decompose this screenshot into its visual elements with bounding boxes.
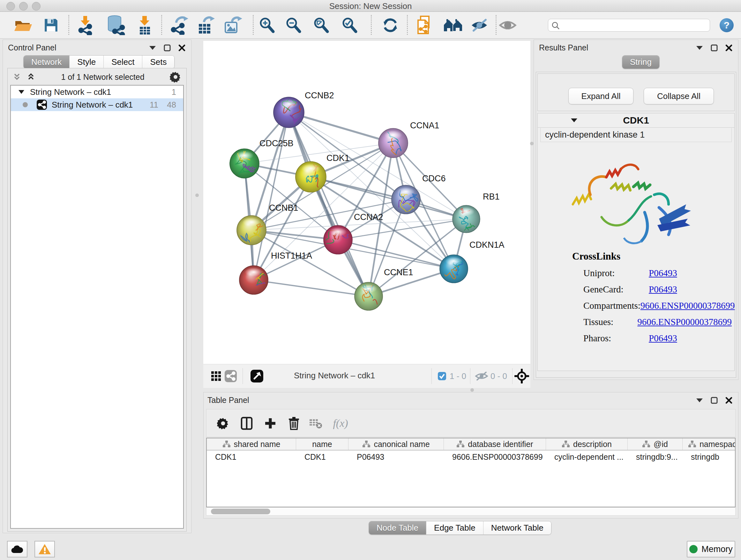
network-row-selected[interactable]: String Network – cdk1 11 48 <box>11 98 183 111</box>
crosslink-link[interactable]: 9606.ENSP00000378699 <box>641 300 735 311</box>
save-session-icon[interactable] <box>43 17 59 33</box>
crosslink-link[interactable]: P06493 <box>649 284 677 295</box>
network-view-canvas[interactable]: CCNB2CCNA1CDC25BCDK1CDC6RB1CCNB1CCNA2CDK… <box>203 41 530 364</box>
column-header-name[interactable]: name <box>296 438 348 450</box>
zoom-selected-icon[interactable] <box>341 17 358 34</box>
import-network-file-icon[interactable] <box>77 15 94 35</box>
splitter-handle[interactable] <box>470 388 474 392</box>
column-header-shared-name[interactable]: shared name <box>207 438 296 450</box>
memory-label: Memory <box>701 544 733 554</box>
column-header-database-identifier[interactable]: database identifier <box>444 438 546 450</box>
delete-table-icon[interactable] <box>309 418 322 429</box>
export-image-icon[interactable] <box>224 16 242 35</box>
column-header-@id[interactable]: @id <box>628 438 683 450</box>
network-edge[interactable] <box>289 112 368 296</box>
delete-column-trash-icon[interactable] <box>288 417 300 430</box>
edge-count: 48 <box>167 100 176 110</box>
tab-string[interactable]: String <box>622 56 659 69</box>
tab-style[interactable]: Style <box>69 56 104 69</box>
splitter-handle[interactable] <box>195 193 199 197</box>
panel-menu-caret-icon[interactable] <box>696 398 703 402</box>
collapse-all-tree-icon[interactable] <box>26 73 36 81</box>
home-icon[interactable] <box>443 17 463 33</box>
tab-node-table[interactable]: Node Table <box>369 521 426 535</box>
network-node-HIST1H1A[interactable]: HIST1H1A <box>239 251 312 301</box>
zoom-out-icon[interactable] <box>285 17 302 34</box>
toolbar-separator <box>495 15 496 35</box>
panel-menu-caret-icon[interactable] <box>696 46 703 50</box>
crosslink-link[interactable]: P06493 <box>649 333 677 344</box>
close-panel-icon[interactable] <box>725 397 732 404</box>
import-network-database-icon[interactable] <box>106 15 125 35</box>
memory-button[interactable]: Memory <box>687 541 735 557</box>
import-table-file-icon[interactable] <box>137 15 152 35</box>
selected-checkbox-icon[interactable] <box>437 372 447 381</box>
column-header-namespace[interactable]: namespace <box>683 438 736 450</box>
warnings-button[interactable] <box>35 541 55 557</box>
cloud-button[interactable] <box>7 541 27 557</box>
show-all-eye-icon[interactable] <box>499 18 517 33</box>
tree-expanded-arrow-icon[interactable] <box>18 89 25 95</box>
tab-network-table[interactable]: Network Table <box>483 521 551 535</box>
refresh-icon[interactable] <box>382 17 399 34</box>
open-session-icon[interactable] <box>13 17 32 34</box>
panel-menu-caret-icon[interactable] <box>149 46 156 50</box>
table-row[interactable]: CDK1CDK1P064939606.ENSP00000378699cyclin… <box>207 450 735 463</box>
detach-view-icon[interactable] <box>250 369 264 383</box>
table-horizontal-scrollbar[interactable] <box>206 507 736 516</box>
network-node-RB1[interactable]: RB1 <box>453 192 500 234</box>
toolbar-separator <box>68 15 69 35</box>
node-table: shared namenamecanonical namedatabase id… <box>206 438 736 507</box>
tab-network[interactable]: Network <box>23 56 69 69</box>
column-header-description[interactable]: description <box>546 438 628 450</box>
network-node-CDC6[interactable]: CDC6 <box>392 174 446 214</box>
crosslink-row: GeneCard:P06493 <box>583 284 732 295</box>
grid-view-icon[interactable] <box>211 371 221 381</box>
export-network-icon[interactable] <box>170 16 188 35</box>
add-column-plus-icon[interactable] <box>264 417 276 429</box>
network-collection-row[interactable]: String Network – cdk1 1 <box>11 85 183 98</box>
expand-all-button[interactable]: Expand All <box>568 88 633 105</box>
table-cell: P06493 <box>348 450 444 463</box>
scrollbar-thumb[interactable] <box>211 509 270 514</box>
export-table-icon[interactable] <box>197 16 215 35</box>
results-panel: Results Panel String Expand All Collapse… <box>534 40 738 380</box>
help-button[interactable]: ? <box>720 18 734 32</box>
tab-sets[interactable]: Sets <box>142 56 174 69</box>
warning-icon <box>38 543 51 555</box>
zoom-in-icon[interactable] <box>259 17 276 34</box>
close-panel-icon[interactable] <box>179 44 185 51</box>
tab-select[interactable]: Select <box>104 56 142 69</box>
network-edge[interactable] <box>289 112 393 143</box>
expand-all-tree-icon[interactable] <box>12 73 22 81</box>
gear-icon[interactable] <box>170 71 181 83</box>
float-panel-icon[interactable] <box>164 44 171 51</box>
network-label: String Network – cdk1 <box>52 100 133 110</box>
network-share-icon[interactable] <box>224 370 237 382</box>
close-panel-icon[interactable] <box>725 44 732 51</box>
table-toolbar: f(x) <box>206 409 736 437</box>
birdseye-crosshair-icon[interactable] <box>515 369 529 383</box>
crosslink-link[interactable]: 9606.ENSP00000378699 <box>637 317 732 327</box>
column-header-canonical-name[interactable]: canonical name <box>348 438 444 450</box>
hidden-eye-icon[interactable] <box>475 371 488 381</box>
column-label: description <box>573 440 612 449</box>
network-node-CDKN1A[interactable]: CDKN1A <box>440 240 504 283</box>
tab-edge-table[interactable]: Edge Table <box>426 521 483 535</box>
search-input[interactable] <box>548 19 710 32</box>
hide-selected-eye-icon[interactable] <box>470 18 489 33</box>
zoom-fit-icon[interactable] <box>313 17 330 34</box>
table-settings-gear-icon[interactable] <box>217 417 229 429</box>
network-edge[interactable] <box>254 280 368 296</box>
function-builder-icon[interactable]: f(x) <box>333 417 348 429</box>
splitter-handle[interactable] <box>530 142 534 145</box>
separator <box>243 368 243 384</box>
collapse-all-button[interactable]: Collapse All <box>644 88 714 105</box>
duplicate-network-icon[interactable] <box>416 16 432 35</box>
crosslink-link[interactable]: P06493 <box>649 268 677 278</box>
float-panel-icon[interactable] <box>711 44 718 51</box>
network-node-CDK1[interactable]: CDK1 <box>295 153 349 200</box>
show-columns-icon[interactable] <box>241 417 253 430</box>
float-panel-icon[interactable] <box>711 397 718 404</box>
cdk1-card-header[interactable]: CDK1 <box>538 113 734 128</box>
